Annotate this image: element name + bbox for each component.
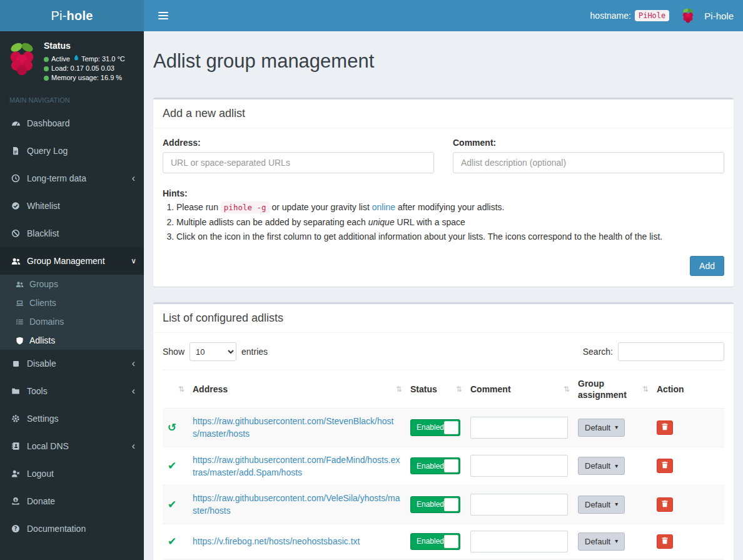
status-toggle[interactable]: Enabled (410, 457, 460, 474)
add-button[interactable]: Add (690, 256, 724, 276)
sidebar-item-groups[interactable]: Groups (0, 275, 144, 293)
toggle-knob (444, 459, 458, 472)
sidebar-item-whitelist[interactable]: Whitelist (0, 192, 144, 220)
sidebar-item-long-term-data[interactable]: Long-term data ‹ (0, 165, 144, 192)
status-toggle-label: Enabled (417, 500, 444, 509)
users-icon (9, 257, 22, 266)
column-header-comment[interactable]: Comment⇅ (465, 370, 573, 409)
hint-item: Click on the icon in the first column to… (176, 230, 724, 243)
card-title: List of configured adlists (163, 312, 283, 324)
status-toggle[interactable]: Enabled (410, 419, 460, 436)
caret-down-icon: ▾ (615, 463, 618, 469)
row-comment-input[interactable] (470, 455, 568, 477)
users-icon (14, 280, 25, 288)
app-logo-text: Pi-hole (51, 9, 93, 23)
status-toggle-label: Enabled (417, 462, 444, 471)
adlist-url-link[interactable]: https://raw.githubusercontent.com/Steven… (193, 416, 393, 439)
status-memory-label: Memory usage: 16.9 % (51, 73, 122, 83)
sidebar-item-adlists[interactable]: Adlists (0, 331, 144, 350)
hint-item: Please run pihole -g or update your grav… (176, 201, 724, 214)
group-assignment-dropdown[interactable]: Default▾ (578, 532, 625, 551)
address-input[interactable] (163, 152, 434, 173)
toggle-knob (444, 421, 458, 434)
chevron-left-icon: ‹ (132, 174, 135, 183)
sidebar-item-donate[interactable]: $ Donate (0, 487, 144, 515)
pihole-brand-label: Pi-hole (704, 11, 734, 21)
adlist-row: ✔ https://raw.githubusercontent.com/Vele… (163, 486, 724, 524)
sidebar-item-query-log[interactable]: Query Log (0, 137, 144, 165)
stop-icon (9, 360, 22, 368)
show-label: Show (163, 347, 184, 357)
delete-button[interactable] (657, 497, 673, 512)
status-toggle[interactable]: Enabled (410, 496, 460, 513)
column-header-action: Action (652, 370, 724, 409)
hostname-badge: PiHole (635, 10, 669, 21)
pihole-brand-link[interactable]: Pi-hole (682, 6, 734, 25)
caret-down-icon: ▾ (615, 538, 618, 544)
sidebar-item-group-management[interactable]: Group Management ∨ (0, 247, 144, 275)
delete-button[interactable] (657, 420, 673, 435)
search-label: Search: (583, 347, 613, 357)
add-adlist-card-header: Add a new adlist (153, 99, 734, 128)
comment-label: Comment: (453, 138, 724, 148)
history-icon[interactable]: ↺ (168, 421, 176, 434)
status-panel: Status Active Temp: 31.0 °C Load: 0.17 0… (0, 31, 144, 91)
online-link[interactable]: online (372, 202, 395, 212)
sidebar-item-tools[interactable]: Tools ‹ (0, 377, 144, 405)
group-management-submenu: Groups Clients Domains Adlists (0, 275, 144, 350)
sidebar-item-logout[interactable]: Logout (0, 460, 144, 487)
main-content: Adlist group management Add a new adlist… (144, 31, 743, 560)
check-icon[interactable]: ✔ (168, 498, 176, 511)
app-logo[interactable]: Pi-hole (0, 0, 144, 31)
svg-text:?: ? (14, 526, 18, 532)
pihole-g-code: pihole -g (221, 201, 270, 213)
sidebar-item-dashboard[interactable]: Dashboard (0, 109, 144, 137)
row-comment-input[interactable] (470, 531, 568, 552)
page-size-select[interactable]: 10 (190, 342, 236, 361)
adlist-url-link[interactable]: https://raw.githubusercontent.com/FadeMi… (193, 455, 400, 477)
sort-icon: ⇅ (564, 384, 570, 395)
chevron-left-icon: ‹ (132, 387, 135, 395)
row-comment-input[interactable] (470, 494, 568, 516)
adlist-table-card: List of configured adlists Show 10 entri… (153, 302, 734, 560)
ban-icon (9, 229, 22, 238)
hints-block: Hints: Please run pihole -g or update yo… (163, 188, 724, 243)
column-header-health[interactable]: ⇅ (163, 370, 188, 409)
sidebar-item-disable[interactable]: Disable ‹ (0, 350, 144, 377)
search-input[interactable] (618, 342, 724, 361)
adlist-url-link[interactable]: https://raw.githubusercontent.com/VeleSi… (193, 493, 400, 516)
check-icon[interactable]: ✔ (168, 459, 176, 472)
sidebar-item-blacklist[interactable]: Blacklist (0, 220, 144, 247)
sidebar-item-local-dns[interactable]: Local DNS ‹ (0, 432, 144, 460)
row-comment-input[interactable] (470, 417, 568, 439)
list-icon (14, 318, 25, 326)
sidebar-item-settings[interactable]: Settings (0, 405, 144, 432)
column-header-group-assignment[interactable]: Group assignment⇅ (573, 370, 652, 409)
caret-down-icon: ▾ (615, 424, 618, 430)
column-header-status[interactable]: Status⇅ (405, 370, 465, 409)
delete-button[interactable] (657, 534, 673, 549)
status-toggle[interactable]: Enabled (410, 533, 460, 550)
group-assignment-dropdown[interactable]: Default▾ (578, 419, 625, 437)
nav-section-header: MAIN NAVIGATION (0, 91, 144, 109)
file-icon (9, 146, 22, 155)
sidebar-menu: Dashboard Query Log Long-term data ‹ Whi… (0, 109, 144, 542)
column-header-address[interactable]: Address⇅ (188, 370, 405, 409)
card-title: Add a new adlist (163, 107, 245, 120)
status-toggle-label: Enabled (417, 423, 444, 432)
trash-icon (661, 461, 669, 471)
new-adlist-comment-input[interactable] (453, 152, 724, 173)
sidebar-item-documentation[interactable]: ? Documentation (0, 515, 144, 542)
delete-button[interactable] (657, 459, 673, 473)
group-assignment-dropdown[interactable]: Default▾ (578, 457, 625, 475)
check-icon[interactable]: ✔ (168, 535, 176, 548)
sidebar-toggle-button[interactable] (153, 6, 173, 26)
svg-text:$: $ (14, 498, 17, 502)
sidebar-item-domains[interactable]: Domains (0, 312, 144, 331)
status-load-label: Load: 0.17 0.05 0.03 (51, 64, 114, 73)
adlist-url-link[interactable]: https://v.firebog.net/hosts/neohostsbasi… (193, 536, 360, 546)
adlist-row: ✔ https://raw.githubusercontent.com/Fade… (163, 447, 724, 486)
chevron-left-icon: ‹ (132, 359, 135, 368)
group-assignment-dropdown[interactable]: Default▾ (578, 496, 625, 514)
sidebar-item-clients[interactable]: Clients (0, 293, 144, 312)
